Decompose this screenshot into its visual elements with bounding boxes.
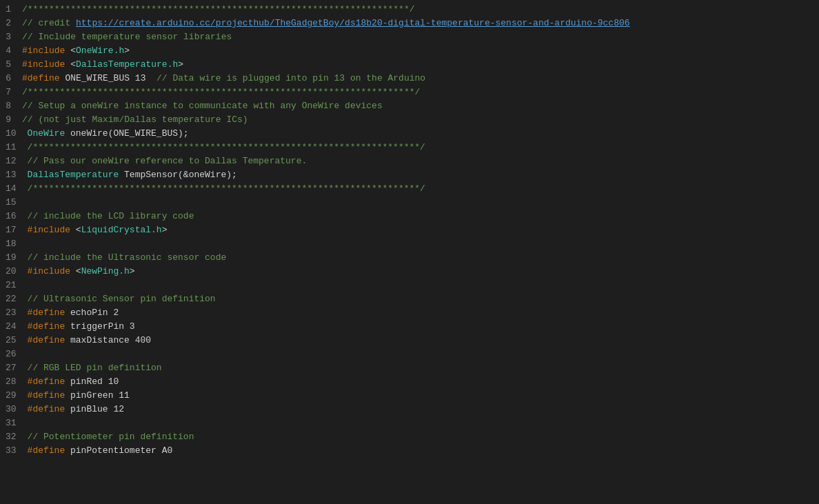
keyword-token: #define bbox=[28, 445, 65, 456]
line-number: 17 bbox=[0, 223, 25, 237]
comment-token: // Pass our oneWire reference to Dallas … bbox=[28, 156, 307, 166]
line-content: // credit https://create.arduino.cc/proj… bbox=[19, 17, 819, 30]
line-number: 3 bbox=[0, 30, 19, 44]
line-content: // Ultrasonic Sensor pin definition bbox=[25, 292, 819, 306]
comment-token: // Ultrasonic Sensor pin definition bbox=[28, 294, 216, 304]
line-content: // (not just Maxim/Dallas temperature IC… bbox=[19, 113, 819, 127]
line-content: /***************************************… bbox=[25, 141, 819, 154]
line-number: 8 bbox=[0, 99, 19, 113]
line-content: /***************************************… bbox=[19, 85, 819, 99]
line-content: #define pinBlue 12 bbox=[25, 403, 819, 416]
keyword-token: #include bbox=[28, 266, 70, 276]
line-content: OneWire oneWire(ONE_WIRE_BUS); bbox=[25, 127, 819, 141]
normal-token: TempSensor(&oneWire); bbox=[119, 170, 237, 180]
code-line: 4#include <OneWire.h> bbox=[0, 44, 819, 58]
code-line: 19// include the Ultrasonic sensor code bbox=[0, 251, 819, 265]
line-content: #include <LiquidCrystal.h> bbox=[25, 223, 819, 237]
code-line: 12// Pass our oneWire reference to Dalla… bbox=[0, 154, 819, 168]
line-content: // Pass our oneWire reference to Dallas … bbox=[25, 154, 819, 168]
comment-token: // Include temperature sensor libraries bbox=[22, 32, 232, 42]
normal-token: < bbox=[65, 59, 76, 70]
code-line: 5#include <DallasTemperature.h> bbox=[0, 58, 819, 72]
line-content bbox=[25, 279, 819, 292]
keyword-token: #include bbox=[22, 46, 65, 56]
line-number: 16 bbox=[0, 210, 25, 223]
comment-token: // credit bbox=[22, 18, 76, 28]
code-line: 17#include <LiquidCrystal.h> bbox=[0, 223, 819, 237]
line-number: 21 bbox=[0, 279, 25, 292]
comment-token: // include the Ultrasonic sensor code bbox=[28, 252, 227, 263]
comment-token: // RGB LED pin definition bbox=[28, 363, 162, 373]
code-line: 7/**************************************… bbox=[0, 85, 819, 99]
include-lib-token: LiquidCrystal.h bbox=[81, 225, 162, 235]
code-line: 26 bbox=[0, 347, 819, 361]
line-number: 9 bbox=[0, 113, 19, 127]
comment-token: // Setup a oneWire instance to communica… bbox=[22, 101, 383, 111]
line-content: #define pinPotentiometer A0 bbox=[25, 444, 819, 458]
code-line: 13DallasTemperature TempSensor(&oneWire)… bbox=[0, 168, 819, 182]
credit-link[interactable]: https://create.arduino.cc/projecthub/The… bbox=[76, 18, 630, 28]
line-content: #include <DallasTemperature.h> bbox=[19, 58, 819, 72]
normal-token: oneWire(ONE_WIRE_BUS); bbox=[65, 128, 188, 139]
normal-token: > bbox=[178, 59, 183, 70]
line-number: 14 bbox=[0, 182, 25, 196]
code-line: 31 bbox=[0, 416, 819, 430]
line-content: #define pinRed 10 bbox=[25, 375, 819, 389]
code-line: 33#define pinPotentiometer A0 bbox=[0, 444, 819, 458]
keyword-token: #define bbox=[28, 308, 65, 318]
line-content: // RGB LED pin definition bbox=[25, 361, 819, 375]
line-content: #define maxDistance 400 bbox=[25, 334, 819, 347]
line-number: 10 bbox=[0, 127, 25, 141]
line-number: 22 bbox=[0, 292, 25, 306]
line-number: 30 bbox=[0, 403, 25, 416]
code-line: 21 bbox=[0, 279, 819, 292]
comment-token: // Data wire is plugged into pin 13 on t… bbox=[156, 73, 425, 83]
code-line: 18 bbox=[0, 237, 819, 251]
line-number: 32 bbox=[0, 430, 25, 444]
normal-token: ONE_WIRE_BUS 13 bbox=[60, 73, 156, 83]
line-content: #define echoPin 2 bbox=[25, 306, 819, 320]
comment-token: // (not just Maxim/Dallas temperature IC… bbox=[22, 114, 248, 125]
line-number: 11 bbox=[0, 141, 25, 154]
code-line: 28#define pinRed 10 bbox=[0, 375, 819, 389]
code-line: 20#include <NewPing.h> bbox=[0, 265, 819, 279]
line-content: #define triggerPin 3 bbox=[25, 320, 819, 334]
line-content: #include <OneWire.h> bbox=[19, 44, 819, 58]
normal-token: pinBlue 12 bbox=[65, 404, 124, 414]
line-number: 28 bbox=[0, 375, 25, 389]
line-number: 20 bbox=[0, 265, 25, 279]
normal-token: < bbox=[70, 266, 81, 276]
line-content: /***************************************… bbox=[25, 182, 819, 196]
comment-token: // include the LCD library code bbox=[28, 211, 194, 221]
normal-token: maxDistance 400 bbox=[65, 335, 151, 345]
line-number: 33 bbox=[0, 444, 25, 458]
code-line: 24#define triggerPin 3 bbox=[0, 320, 819, 334]
line-number: 4 bbox=[0, 44, 19, 58]
code-line: 6#define ONE_WIRE_BUS 13 // Data wire is… bbox=[0, 72, 819, 85]
line-content: // Include temperature sensor libraries bbox=[19, 30, 819, 44]
code-line: 22// Ultrasonic Sensor pin definition bbox=[0, 292, 819, 306]
keyword-token: #define bbox=[28, 335, 65, 345]
normal-token: > bbox=[130, 266, 135, 276]
line-content: DallasTemperature TempSensor(&oneWire); bbox=[25, 168, 819, 182]
line-content: #include <NewPing.h> bbox=[25, 265, 819, 279]
keyword-token: #define bbox=[28, 390, 65, 401]
line-content: // include the Ultrasonic sensor code bbox=[25, 251, 819, 265]
line-number: 19 bbox=[0, 251, 25, 265]
keyword-token: #include bbox=[22, 59, 65, 70]
line-number: 31 bbox=[0, 416, 25, 430]
normal-token: pinGreen 11 bbox=[65, 390, 130, 401]
code-line: 8// Setup a oneWire instance to communic… bbox=[0, 99, 819, 113]
code-line: 23#define echoPin 2 bbox=[0, 306, 819, 320]
line-number: 23 bbox=[0, 306, 25, 320]
keyword-token: #define bbox=[28, 404, 65, 414]
normal-token: triggerPin 3 bbox=[65, 321, 134, 332]
comment-token: /***************************************… bbox=[22, 4, 420, 14]
code-line: 2// credit https://create.arduino.cc/pro… bbox=[0, 17, 819, 30]
comment-token: // Potentiometer pin definition bbox=[28, 432, 194, 442]
line-number: 7 bbox=[0, 85, 19, 99]
line-number: 27 bbox=[0, 361, 25, 375]
code-line: 15 bbox=[0, 196, 819, 210]
comment-token: /***************************************… bbox=[22, 87, 420, 97]
comment-token: /***************************************… bbox=[28, 183, 425, 194]
